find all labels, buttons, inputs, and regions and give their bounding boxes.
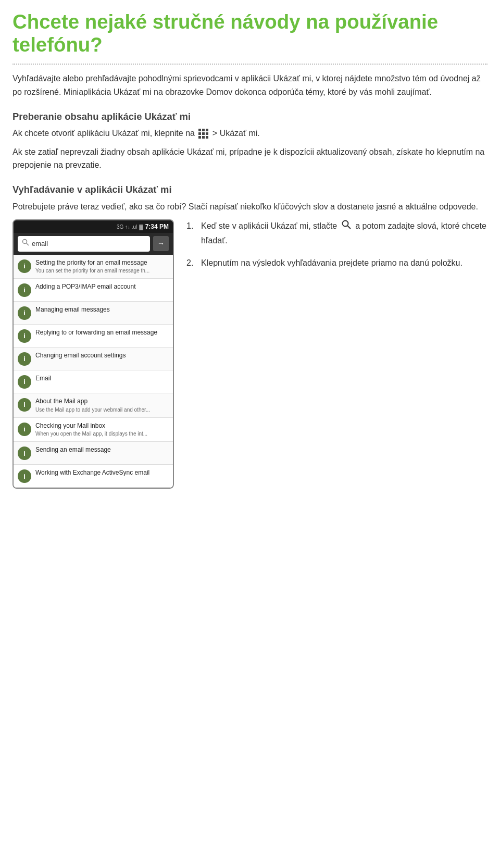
list-item-text: Sending an email message (35, 446, 169, 454)
list-item-title: Managing email messages (35, 306, 169, 314)
status-bar: 3G ↑↓ .ul ▓ 7:34 PM (14, 220, 173, 233)
list-item-title: Checking your Mail inbox (35, 422, 169, 430)
list-item-subtitle: You can set the priority for an email me… (35, 267, 169, 274)
list-item-title: About the Mail app (35, 398, 169, 406)
phone-list: i Setting the priority for an email mess… (14, 255, 173, 488)
step-2: 2. Klepnutím na výsledok vyhľadávania pr… (186, 256, 488, 270)
section1-body2: Ak ste zatiaľ neprevzali žiadny obsah ap… (12, 145, 488, 172)
list-item[interactable]: i Managing email messages (14, 302, 173, 325)
list-item[interactable]: i Adding a POP3/IMAP email account (14, 279, 173, 302)
list-item[interactable]: i Working with Exchange ActiveSync email (14, 465, 173, 488)
list-item-text: Setting the priority for an email messag… (35, 259, 169, 275)
list-item-icon: i (18, 375, 31, 389)
phone-mockup: 3G ↑↓ .ul ▓ 7:34 PM email → i Setting th… (12, 219, 174, 489)
divider (12, 64, 488, 65)
list-item-title: Adding a POP3/IMAP email account (35, 283, 169, 291)
search-text: email (32, 239, 48, 249)
list-item-icon: i (18, 259, 31, 273)
section1-heading: Preberanie obsahu aplikácie Ukázať mi (12, 109, 488, 124)
list-item-subtitle: Use the Mail app to add your webmail and… (35, 406, 169, 413)
list-item-text: About the Mail app Use the Mail app to a… (35, 398, 169, 413)
list-item-icon: i (18, 447, 31, 460)
signal-icon: 3G ↑↓ .ul (117, 223, 137, 231)
grid-icon (198, 129, 208, 139)
list-item-icon: i (18, 329, 31, 343)
list-item-title: Replying to or forwarding an email messa… (35, 329, 169, 337)
list-item-text: Working with Exchange ActiveSync email (35, 469, 169, 477)
list-item[interactable]: i Sending an email message (14, 442, 173, 465)
two-column-layout: 3G ↑↓ .ul ▓ 7:34 PM email → i Setting th… (12, 219, 488, 489)
section1-body1-prefix: Ak chcete otvoriť aplikáciu Ukázať mi, k… (12, 129, 195, 138)
battery-icon: ▓ (139, 223, 143, 231)
right-column: 1. Keď ste v aplikácii Ukázať mi, stlačt… (186, 219, 488, 279)
step-1-text: Keď ste v aplikácii Ukázať mi, stlačte a… (201, 219, 488, 247)
svg-line-3 (347, 226, 351, 229)
svg-line-1 (27, 243, 29, 246)
list-item-icon: i (18, 423, 31, 436)
phone-search-input[interactable]: email (18, 236, 150, 252)
list-item-title: Email (35, 375, 169, 383)
list-item-title: Working with Exchange ActiveSync email (35, 469, 169, 477)
list-item-title: Changing email account settings (35, 352, 169, 360)
list-item-icon: i (18, 306, 31, 320)
section2-heading: Vyhľadávanie v aplikácii Ukázať mi (12, 182, 488, 197)
phone-search-bar[interactable]: email → (14, 233, 173, 255)
list-item[interactable]: i Changing email account settings (14, 348, 173, 370)
list-item[interactable]: i Email (14, 370, 173, 393)
list-item[interactable]: i Replying to or forwarding an email mes… (14, 325, 173, 348)
section2-body1: Potrebujete práve teraz vedieť, ako sa č… (12, 200, 488, 214)
list-item-text: Replying to or forwarding an email messa… (35, 329, 169, 337)
step-2-number: 2. (186, 256, 196, 270)
page-title: Chcete nejaké stručné návody na používan… (12, 10, 488, 56)
list-item-text: Email (35, 375, 169, 383)
search-arrow-button[interactable]: → (153, 236, 169, 251)
list-item-text: Checking your Mail inbox When you open t… (35, 422, 169, 438)
list-item-icon: i (18, 398, 31, 412)
step-1-number: 1. (186, 219, 196, 233)
search-icon-left (22, 239, 29, 249)
steps-list: 1. Keď ste v aplikácii Ukázať mi, stlačt… (186, 219, 488, 270)
list-item-icon: i (18, 352, 31, 366)
list-item-text: Adding a POP3/IMAP email account (35, 283, 169, 291)
list-item[interactable]: i About the Mail app Use the Mail app to… (14, 393, 173, 418)
svg-point-0 (23, 240, 27, 244)
list-item-icon: i (18, 283, 31, 297)
step-2-text: Klepnutím na výsledok vyhľadávania prejd… (201, 256, 463, 270)
list-item-text: Managing email messages (35, 306, 169, 314)
intro-paragraph: Vyhľadávajte alebo prehľadávajte pohodln… (12, 72, 488, 98)
list-item-title: Sending an email message (35, 446, 169, 454)
list-item-text: Changing email account settings (35, 352, 169, 360)
status-time: 7:34 PM (145, 222, 169, 231)
search-icon-inline (341, 219, 352, 234)
list-item-subtitle: When you open the Mail app, it displays … (35, 430, 169, 437)
section1-body1: Ak chcete otvoriť aplikáciu Ukázať mi, k… (12, 127, 488, 140)
list-item-icon: i (18, 469, 31, 483)
list-item[interactable]: i Checking your Mail inbox When you open… (14, 418, 173, 442)
section1-body1-suffix: > Ukázať mi. (213, 129, 260, 138)
step-1: 1. Keď ste v aplikácii Ukázať mi, stlačt… (186, 219, 488, 247)
list-item-title: Setting the priority for an email messag… (35, 259, 169, 267)
svg-point-2 (342, 221, 348, 227)
list-item[interactable]: i Setting the priority for an email mess… (14, 255, 173, 279)
step-1-prefix: Keď ste v aplikácii Ukázať mi, stlačte (201, 221, 337, 230)
